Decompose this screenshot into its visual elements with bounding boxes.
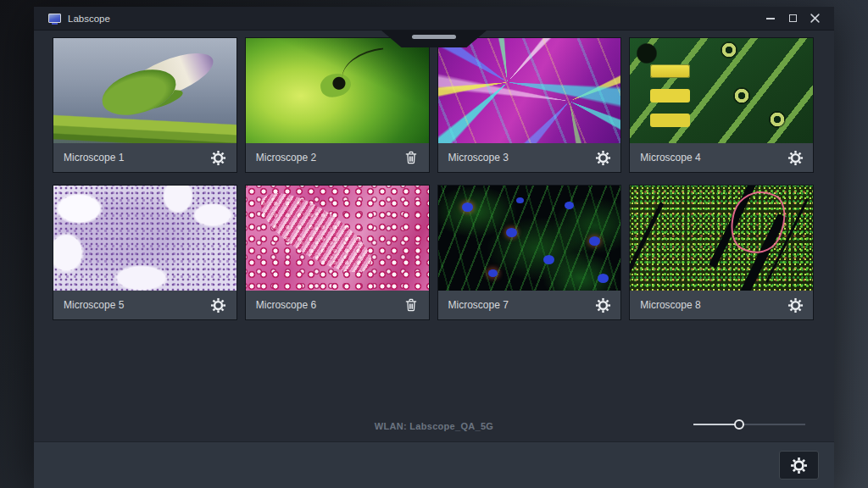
window-controls [760, 7, 834, 30]
tile-label: Microscope 4 [640, 152, 700, 164]
content-area: Microscope 1 [34, 30, 834, 441]
tile-label: Microscope 7 [448, 299, 509, 311]
gear-icon [787, 150, 804, 166]
titlebar[interactable]: Labscope [34, 7, 834, 30]
camera-tile[interactable]: Microscope 1 [53, 37, 237, 173]
gear-icon [595, 297, 611, 313]
camera-thumbnail[interactable] [246, 38, 429, 143]
camera-thumbnail[interactable] [246, 186, 429, 291]
slider-thumb[interactable] [734, 419, 744, 430]
settings-button[interactable] [209, 296, 228, 314]
camera-tile[interactable]: Microscope 5 [53, 185, 237, 320]
gear-icon [595, 150, 611, 166]
drag-handle-bar [412, 35, 456, 39]
trash-icon [403, 297, 419, 313]
app-settings-button[interactable] [779, 451, 819, 480]
slider-track-empty [739, 424, 805, 425]
desktop: Labscope [0, 0, 868, 488]
close-button[interactable] [804, 7, 826, 30]
settings-button[interactable] [593, 148, 612, 167]
gear-icon [210, 297, 226, 313]
camera-thumbnail[interactable] [630, 186, 813, 291]
camera-tile[interactable]: Microscope 3 [437, 37, 622, 173]
camera-thumbnail[interactable] [438, 38, 621, 143]
settings-button[interactable] [593, 296, 612, 314]
close-icon [810, 14, 820, 23]
slider-track-filled [693, 424, 739, 425]
maximize-icon [789, 14, 797, 22]
settings-button[interactable] [786, 296, 804, 314]
camera-grid: Microscope 1 [34, 30, 834, 320]
minimize-icon [766, 18, 775, 19]
delete-button[interactable] [402, 148, 420, 167]
gear-icon [787, 297, 804, 313]
window-title: Labscope [68, 14, 110, 24]
tile-bar: Microscope 1 [53, 143, 236, 172]
camera-thumbnail[interactable] [53, 38, 236, 143]
tile-label: Microscope 8 [640, 299, 700, 311]
gear-icon [210, 150, 226, 166]
gear-icon [790, 457, 808, 474]
tile-size-slider[interactable] [693, 419, 805, 430]
tile-label: Microscope 1 [64, 152, 124, 164]
minimize-button[interactable] [760, 7, 782, 30]
tile-bar: Microscope 5 [53, 291, 236, 319]
tile-bar: Microscope 3 [438, 143, 621, 172]
camera-tile[interactable]: Microscope 4 [629, 37, 814, 173]
tile-bar: Microscope 2 [246, 143, 429, 172]
camera-tile[interactable]: Microscope 2 [245, 37, 430, 173]
tile-bar: Microscope 4 [630, 143, 813, 172]
tile-bar: Microscope 6 [246, 291, 429, 319]
tile-label: Microscope 5 [64, 299, 124, 311]
delete-button[interactable] [402, 296, 420, 314]
footer-bar [34, 441, 834, 488]
tile-bar: Microscope 7 [438, 291, 621, 319]
monitor-icon [48, 14, 61, 23]
tile-label: Microscope 6 [256, 299, 316, 311]
maximize-button[interactable] [782, 7, 804, 30]
camera-tile[interactable]: Microscope 8 [629, 185, 814, 320]
tile-label: Microscope 2 [256, 152, 316, 164]
camera-tile[interactable]: Microscope 7 [437, 185, 622, 320]
tile-label: Microscope 3 [448, 152, 509, 164]
camera-thumbnail[interactable] [438, 186, 621, 291]
settings-button[interactable] [209, 148, 228, 167]
trash-icon [403, 150, 419, 165]
camera-thumbnail[interactable] [53, 186, 236, 291]
camera-thumbnail[interactable] [630, 38, 813, 143]
tile-bar: Microscope 8 [630, 291, 813, 319]
camera-tile[interactable]: Microscope 6 [245, 185, 430, 320]
labscope-window: Labscope [34, 7, 834, 488]
settings-button[interactable] [786, 148, 804, 167]
